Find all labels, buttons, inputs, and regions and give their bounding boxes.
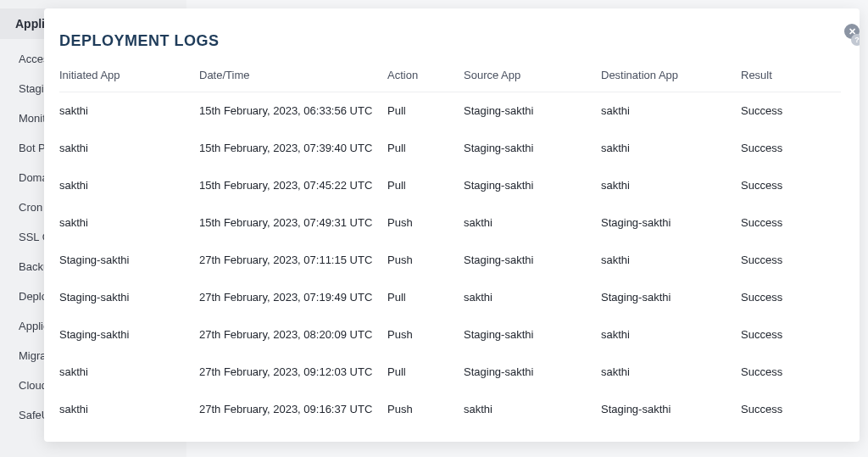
cell-destination: Staging-sakthi (601, 403, 741, 415)
table-row: sakthi27th February, 2023, 09:12:03 UTCP… (59, 354, 841, 391)
cell-initiated: sakthi (59, 403, 199, 415)
col-destination: Destination App (601, 69, 741, 81)
table-header: Initiated App Date/Time Action Source Ap… (59, 62, 841, 92)
table-row: sakthi15th February, 2023, 07:49:31 UTCP… (59, 204, 841, 242)
cell-result: Success (741, 104, 841, 117)
table-body: sakthi15th February, 2023, 06:33:56 UTCP… (59, 92, 841, 428)
cell-source: Staging-sakthi (464, 104, 601, 117)
cell-source: sakthi (464, 216, 601, 229)
col-initiated: Initiated App (59, 69, 199, 81)
cell-action: Push (387, 254, 464, 266)
col-source: Source App (464, 69, 601, 81)
cell-action: Pull (387, 365, 464, 378)
cell-source: Staging-sakthi (464, 365, 601, 378)
cell-action: Pull (387, 179, 464, 192)
cell-action: Pull (387, 291, 464, 304)
cell-datetime: 27th February, 2023, 09:16:37 UTC (199, 403, 387, 415)
cell-datetime: 27th February, 2023, 08:20:09 UTC (199, 328, 387, 341)
cell-destination: sakthi (601, 104, 741, 117)
cell-result: Success (741, 216, 841, 229)
col-datetime: Date/Time (199, 69, 387, 81)
cell-source: Staging-sakthi (464, 328, 601, 341)
cell-destination: sakthi (601, 365, 741, 378)
table-row: sakthi15th February, 2023, 07:39:40 UTCP… (59, 130, 841, 167)
cell-initiated: Staging-sakthi (59, 291, 199, 304)
deployment-logs-modal: ✕ ? DEPLOYMENT LOGS Initiated App Date/T… (44, 8, 860, 442)
cell-source: Staging-sakthi (464, 254, 601, 266)
cell-result: Success (741, 254, 841, 266)
cell-source: sakthi (464, 291, 601, 304)
cell-initiated: Staging-sakthi (59, 254, 199, 266)
cell-source: Staging-sakthi (464, 179, 601, 192)
cell-initiated: sakthi (59, 179, 199, 192)
cell-destination: sakthi (601, 179, 741, 192)
cell-action: Pull (387, 104, 464, 117)
cell-source: Staging-sakthi (464, 142, 601, 154)
cell-action: Push (387, 328, 464, 341)
cell-result: Success (741, 179, 841, 192)
table-row: Staging-sakthi27th February, 2023, 07:11… (59, 242, 841, 279)
col-result: Result (741, 69, 841, 81)
table-row: Staging-sakthi27th February, 2023, 08:20… (59, 316, 841, 354)
cell-destination: Staging-sakthi (601, 216, 741, 229)
modal-controls: ✕ ? (843, 24, 860, 44)
cell-result: Success (741, 328, 841, 341)
cell-action: Pull (387, 142, 464, 154)
cell-initiated: sakthi (59, 365, 199, 378)
modal-title: DEPLOYMENT LOGS (59, 32, 841, 50)
cell-destination: sakthi (601, 328, 741, 341)
cell-action: Push (387, 403, 464, 415)
cell-result: Success (741, 365, 841, 378)
table-row: sakthi27th February, 2023, 09:16:37 UTCP… (59, 391, 841, 428)
table-row: Staging-sakthi27th February, 2023, 07:19… (59, 279, 841, 316)
deployment-log-table: Initiated App Date/Time Action Source Ap… (59, 62, 841, 428)
cell-initiated: sakthi (59, 216, 199, 229)
cell-source: sakthi (464, 403, 601, 415)
cell-initiated: Staging-sakthi (59, 328, 199, 341)
cell-initiated: sakthi (59, 104, 199, 117)
cell-destination: Staging-sakthi (601, 291, 741, 304)
cell-destination: sakthi (601, 142, 741, 154)
col-action: Action (387, 69, 464, 81)
table-row: sakthi15th February, 2023, 07:45:22 UTCP… (59, 167, 841, 204)
cell-initiated: sakthi (59, 142, 199, 154)
cell-destination: sakthi (601, 254, 741, 266)
cell-datetime: 27th February, 2023, 07:11:15 UTC (199, 254, 387, 266)
cell-datetime: 27th February, 2023, 07:19:49 UTC (199, 291, 387, 304)
cell-datetime: 15th February, 2023, 07:45:22 UTC (199, 179, 387, 192)
cell-action: Push (387, 216, 464, 229)
help-icon[interactable]: ? (851, 34, 860, 46)
cell-datetime: 15th February, 2023, 06:33:56 UTC (199, 104, 387, 117)
cell-result: Success (741, 403, 841, 415)
cell-datetime: 15th February, 2023, 07:39:40 UTC (199, 142, 387, 154)
cell-result: Success (741, 142, 841, 154)
cell-datetime: 15th February, 2023, 07:49:31 UTC (199, 216, 387, 229)
cell-datetime: 27th February, 2023, 09:12:03 UTC (199, 365, 387, 378)
table-row: sakthi15th February, 2023, 06:33:56 UTCP… (59, 92, 841, 130)
cell-result: Success (741, 291, 841, 304)
